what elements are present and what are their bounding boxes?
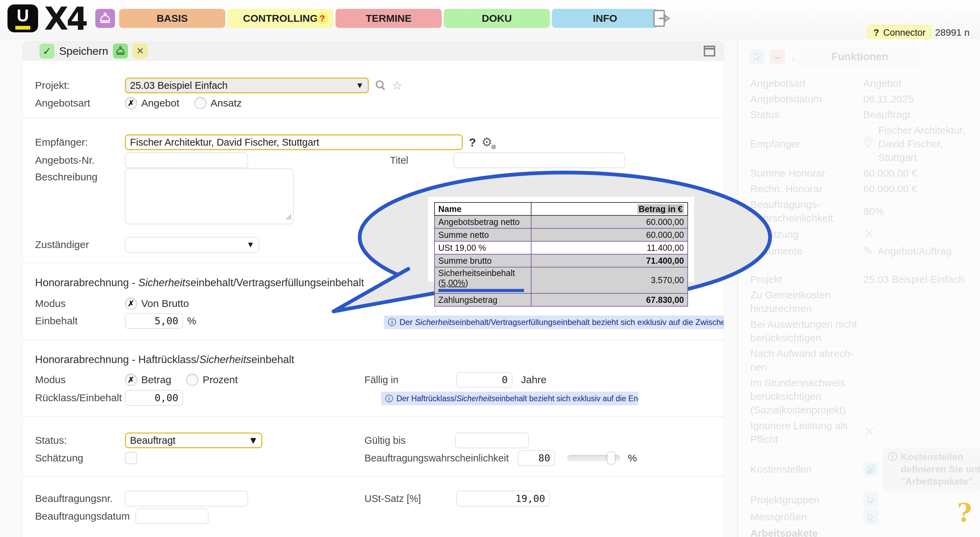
empfaenger-input[interactable]: Fischer Architektur, David Fischer, Stut… [125, 134, 463, 150]
tab-basis[interactable]: BASIS [119, 9, 225, 28]
titel-input[interactable] [453, 153, 625, 168]
tab-info[interactable]: INFO [552, 9, 658, 28]
row-label: Arbeitspakete [750, 526, 818, 537]
schaetzung-label: Schätzung [35, 452, 125, 464]
location-pin-icon [863, 137, 873, 151]
save-button[interactable]: Speichern [59, 45, 108, 57]
radio-ansatz[interactable] [194, 97, 207, 109]
gueltig-input[interactable] [455, 432, 529, 448]
projekt-label: Projekt: [35, 80, 125, 91]
schaetzung-checkbox[interactable] [125, 452, 137, 464]
table-row: Sicherheitseinbehalt (5,00%)3.570,00 [434, 267, 688, 293]
section-title-sicherheitseinbehalt: Honorarabrechnung - Sicherheitseinbehalt… [35, 277, 364, 289]
arrow-down-icon[interactable]: ↓ [791, 50, 797, 64]
resize-handle-icon[interactable] [284, 211, 292, 222]
sidebar-row: Dokumente✎Angebot/Auftrag [750, 243, 975, 260]
row-value: 60.000,00 € [863, 182, 917, 196]
col-betrag: Betrag in € [531, 202, 688, 215]
save-cloche-icon[interactable] [113, 43, 128, 59]
sidebar-row: Angebotsdatum06.11.2025 [750, 92, 975, 107]
beschreibung-textarea[interactable] [125, 169, 294, 224]
minus-icon[interactable]: – [770, 49, 785, 64]
col-name: Name [434, 202, 531, 215]
cloche-icon[interactable] [95, 9, 115, 28]
chevron-down-icon: ▼ [249, 436, 257, 445]
sidebar-row: Zu Gemeinkosten hinzurechnen [750, 288, 975, 317]
tab-controlling[interactable]: CONTROLLING? [227, 9, 334, 28]
cursor-icon[interactable] [863, 492, 878, 507]
row-value: 25.03 Beispiel Einfach [863, 272, 964, 286]
sidebar-row: Ignoriere Leistung als Pflicht✕ [750, 418, 975, 448]
gear-remove-icon[interactable]: ⚙⊗ [482, 135, 492, 150]
beauftragungsnr-input[interactable] [125, 491, 248, 507]
angebotsnr-input[interactable] [125, 153, 248, 168]
row-label: Zu Gemeinkosten hinzurechnen [750, 288, 863, 316]
faellig-input[interactable]: 0 [456, 372, 512, 387]
untermstrich-logo[interactable]: U [8, 5, 38, 32]
angebotsnr-label: Angebots-Nr. [35, 155, 125, 166]
chevron-down-icon: ▼ [356, 81, 364, 90]
window-icon[interactable] [703, 45, 716, 58]
sidebar-row: Rechn. Honorar60.000,00 € [750, 182, 975, 197]
help-question-icon[interactable]: ? [957, 498, 972, 527]
row-label: Status [750, 107, 863, 122]
connector-help-icon: ? [873, 27, 879, 38]
row-value: 60.000,00 € [863, 166, 917, 180]
help-icon[interactable]: ? [469, 136, 476, 149]
tab-help-badge[interactable]: ? [317, 13, 328, 24]
radio-betrag[interactable] [125, 374, 137, 386]
tab-termine[interactable]: TERMINE [336, 9, 442, 28]
radio-von-brutto[interactable] [125, 298, 137, 310]
modus2-label: Modus [35, 374, 125, 386]
ust-input[interactable]: 19,00 [456, 491, 550, 507]
tab-doku[interactable]: DOKU [444, 9, 550, 28]
radio-prozent[interactable] [186, 374, 198, 386]
row-label: Projektgruppen [750, 492, 863, 507]
beschreibung-label: Beschreibung [35, 169, 125, 183]
row-label: Bei Auswertungen nicht berücksichtigen [750, 317, 863, 346]
table-row: Summe netto60.000,00 [434, 228, 688, 241]
grid-icon[interactable] [863, 462, 878, 477]
sidebar-toolbar: – ↓ [749, 49, 797, 64]
wahrscheinlichkeit-slider[interactable] [567, 455, 620, 461]
info-icon: ⓘ [388, 317, 396, 328]
connector-badge[interactable]: ? Connector [868, 25, 931, 40]
radio-angebot[interactable] [125, 97, 137, 109]
status-select[interactable]: Beauftragt ▼ [125, 432, 262, 448]
projekt-select[interactable]: 25.03 Beispiel Einfach ▼ [125, 78, 369, 93]
zustaendiger-select[interactable]: ▼ [125, 237, 259, 252]
row-value: 80% [863, 204, 884, 218]
confirm-icon[interactable]: ✓ [40, 43, 54, 59]
tab-label: TERMINE [366, 13, 412, 24]
sidebar-row: Nach Aufwand abrech-nen [750, 346, 975, 375]
slider-handle[interactable] [608, 452, 615, 464]
beauftragungsdatum-input[interactable] [135, 508, 208, 524]
info-icon: ⓘ [888, 451, 897, 488]
search-icon[interactable] [374, 79, 387, 92]
pencil-icon[interactable]: ✎ [863, 244, 873, 258]
close-icon[interactable]: ✕ [133, 43, 148, 59]
empfaenger-value: Fischer Architektur, David Fischer, Stut… [130, 137, 319, 148]
sidebar-row: Projekt25.03 Beispiel Einfach [750, 272, 975, 288]
betrag-table-panel: NameBetrag in €Angebotsbetrag netto60.00… [428, 197, 694, 282]
main-nav-tabs: BASISCONTROLLING?TERMINEDOKUINFO [119, 9, 658, 28]
cursor-icon[interactable] [863, 510, 878, 524]
favorite-star-icon[interactable]: ☆ [392, 79, 402, 92]
info-note: ⓘKostenstellen definieren Sie unter "Arb… [883, 448, 980, 490]
row-value: 06.11.2025 [863, 92, 914, 106]
logout-icon[interactable] [653, 9, 670, 28]
app-root: U X4 BASISCONTROLLING?TERMINEDOKUINFO ? … [0, 0, 980, 537]
einbehalt-input[interactable]: 5,00 [125, 313, 183, 329]
info-haftruecklass: ⓘ Der Haftrücklass/Sicherheitseinbehalt … [381, 392, 638, 405]
tab-label: INFO [593, 13, 617, 24]
ruecklass-input[interactable]: 0,00 [125, 390, 183, 406]
titel-label: Titel [390, 155, 408, 166]
ust-label: USt-Satz [%] [364, 493, 421, 504]
faellig-label: Fällig in [364, 374, 398, 386]
row-label: Ignoriere Leistung als Pflicht [750, 418, 863, 447]
sidebar-row: Summe Honorar60.000,00 € [750, 166, 975, 182]
logo-letter: U [17, 7, 29, 24]
sidebar-row: EmpfängerFischer Architektur, David Fisc… [750, 123, 975, 166]
cursor-tool-icon[interactable] [749, 49, 765, 64]
wahrscheinlichkeit-input[interactable]: 80 [517, 450, 555, 466]
